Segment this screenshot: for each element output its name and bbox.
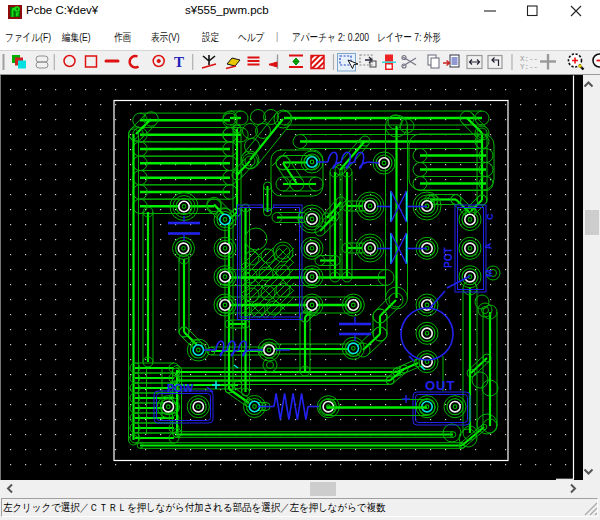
svg-text:X:--: X:-- (520, 55, 538, 63)
svg-text:POT: POT (443, 247, 454, 268)
svg-text:T: T (174, 54, 184, 70)
svg-text:OUT: OUT (425, 378, 455, 393)
svg-text:C: C (485, 213, 495, 220)
svg-text:Y:--: Y:-- (520, 63, 538, 71)
svg-text:POW: POW (167, 382, 194, 394)
svg-text:M: M (484, 270, 494, 278)
